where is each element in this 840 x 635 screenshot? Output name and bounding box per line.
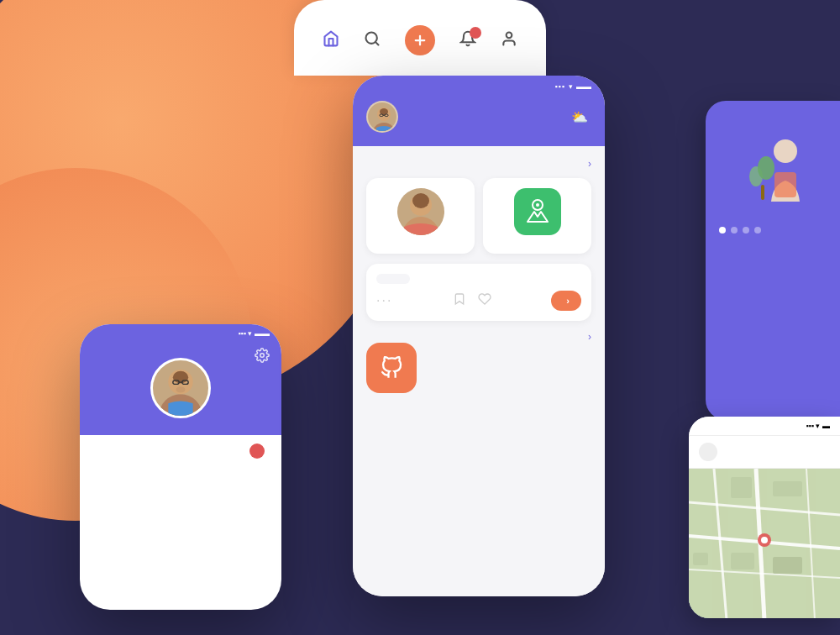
map-status-bar: ▪▪▪ ▾ ▬ — [689, 417, 840, 436]
svg-point-25 — [758, 156, 774, 180]
recommended-header: › — [353, 146, 605, 178]
svg-point-23 — [536, 203, 539, 207]
weather-icon: ⛅ — [571, 109, 588, 125]
bookmark-icon[interactable] — [453, 292, 466, 309]
svg-point-5 — [260, 354, 265, 358]
map-close-bar — [689, 436, 840, 469]
svg-rect-28 — [774, 172, 796, 197]
svg-rect-38 — [731, 553, 754, 569]
go-button[interactable]: › — [551, 291, 581, 311]
map-signal: ▪▪▪ ▾ ▬ — [806, 422, 830, 430]
svg-point-8 — [173, 371, 188, 384]
svg-rect-37 — [773, 481, 802, 496]
map-area[interactable] — [689, 469, 840, 618]
rec-cards-container — [353, 178, 605, 264]
svg-point-12 — [176, 386, 186, 392]
svg-rect-40 — [773, 557, 802, 574]
svg-point-27 — [774, 139, 797, 163]
event-actions: ··· › — [376, 291, 581, 311]
profile-header — [80, 341, 281, 435]
user-info — [366, 101, 407, 133]
main-status-bar: ▪▪▪ ▾ ▬▬ — [353, 76, 605, 94]
svg-rect-39 — [693, 553, 708, 565]
user-avatar — [366, 101, 398, 133]
category-item-1[interactable] — [366, 343, 417, 393]
nav-profile-icon[interactable] — [501, 30, 517, 51]
svg-rect-26 — [761, 185, 764, 200]
event-date — [376, 274, 410, 284]
event-card[interactable]: ··· › — [366, 264, 591, 321]
main-signal: ▪▪▪ ▾ ▬▬ — [554, 82, 591, 91]
place-image — [514, 188, 561, 235]
svg-line-1 — [375, 41, 379, 45]
phone-main: ▪▪▪ ▾ ▬▬ ⛅ — [353, 76, 605, 596]
more-options[interactable]: ··· — [376, 293, 392, 308]
svg-point-4 — [506, 32, 512, 38]
category-row — [353, 343, 605, 393]
profile-status-bar: ▪▪▪ ▾ ▬▬ — [80, 324, 281, 341]
svg-point-21 — [412, 193, 429, 208]
explore-header: › — [353, 331, 605, 343]
dot-4 — [754, 227, 761, 234]
see-all-recommended[interactable]: › — [586, 158, 591, 170]
rec-card-person[interactable] — [366, 178, 475, 254]
dot-1 — [719, 227, 726, 234]
close-button[interactable] — [699, 443, 717, 461]
profile-body — [80, 435, 281, 464]
nav-add-button[interactable] — [405, 25, 435, 55]
notification-badge — [470, 27, 481, 39]
event-top — [376, 274, 581, 284]
right-card — [706, 101, 840, 420]
phone-profile: ▪▪▪ ▾ ▬▬ — [80, 324, 281, 610]
profile-signal: ▪▪▪ ▾ ▬▬ — [238, 329, 270, 338]
dot-2 — [731, 227, 738, 234]
rec-card-place[interactable] — [483, 178, 591, 254]
phone-top-strip — [294, 0, 546, 76]
svg-point-42 — [761, 537, 768, 543]
profile-avatar — [150, 358, 211, 418]
profile-badge — [249, 443, 265, 459]
right-card-content — [706, 101, 840, 250]
content-area: › — [353, 146, 605, 596]
phone-map: ▪▪▪ ▾ ▬ — [689, 417, 840, 618]
heart-icon[interactable] — [478, 292, 491, 309]
settings-icon[interactable] — [255, 348, 270, 366]
event-action-icons — [453, 292, 491, 309]
dot-3 — [743, 227, 749, 234]
event-description — [418, 274, 581, 284]
main-header: ⛅ — [353, 94, 605, 146]
nav-home-icon[interactable] — [323, 30, 339, 51]
see-all-explore[interactable]: › — [586, 331, 591, 343]
pagination-dots — [719, 227, 827, 234]
right-card-illustration — [719, 126, 827, 213]
svg-rect-36 — [731, 477, 752, 498]
person-image — [397, 188, 444, 235]
nav-bell-icon[interactable] — [459, 30, 476, 51]
nav-search-icon[interactable] — [364, 30, 381, 51]
weather-info: ⛅ — [571, 109, 591, 125]
